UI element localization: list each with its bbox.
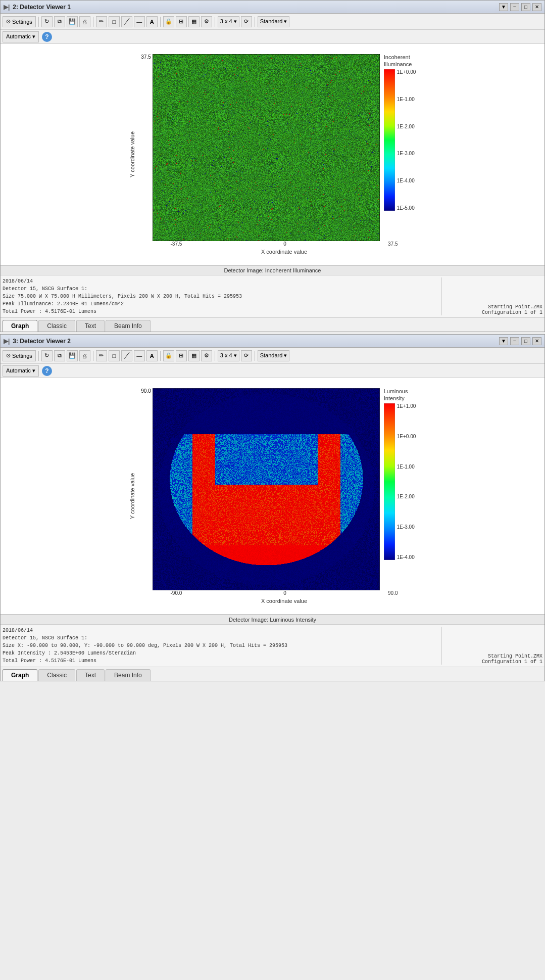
- tab-text-1[interactable]: Text: [76, 320, 105, 332]
- maximize-btn-1[interactable]: □: [521, 3, 530, 11]
- info-file-1: Starting Point.ZMX: [488, 304, 542, 310]
- grid-btn-2[interactable]: ⊞: [176, 350, 187, 361]
- print-btn-1[interactable]: 🖨: [79, 16, 90, 27]
- pencil-btn-1[interactable]: ✏: [96, 16, 107, 27]
- save-btn-2[interactable]: 💾: [67, 350, 78, 361]
- rect-btn-1[interactable]: □: [109, 16, 120, 27]
- gear-btn-2[interactable]: ⚙: [201, 350, 212, 361]
- cb-label-2-1: 1E+0.00: [397, 434, 416, 439]
- settings-btn-1[interactable]: ⊙ Settings: [3, 16, 36, 27]
- ytick-max-2: 90.0: [137, 388, 153, 590]
- tab-text-2[interactable]: Text: [76, 669, 105, 681]
- maximize-btn-2[interactable]: □: [521, 337, 530, 345]
- settings-arrow-icon-2: ⊙: [6, 352, 11, 359]
- xtick-min-2: -90.0: [170, 590, 182, 596]
- diag-btn-2[interactable]: ╱: [121, 350, 132, 361]
- sep5-2: [255, 351, 255, 361]
- x-ticks-1: -37.5 0 37.5: [170, 241, 398, 247]
- sep2: [93, 17, 93, 27]
- cb-label-2-3: 1E-2.00: [397, 494, 416, 499]
- close-btn-1[interactable]: ✕: [532, 3, 541, 11]
- auto-dropdown-1[interactable]: Automatic ▾: [3, 31, 39, 42]
- xtick-min-1: -37.5: [170, 241, 182, 247]
- minimize-btn-2[interactable]: −: [510, 337, 519, 345]
- tab-bar-1: Graph Classic Text Beam Info: [1, 317, 544, 332]
- auto-label-1: Automatic ▾: [6, 33, 35, 40]
- info-line3-1: Size 75.000 W X 75.000 H Millimeters, Pi…: [3, 293, 441, 300]
- print-btn-2[interactable]: 🖨: [79, 350, 90, 361]
- rect-btn-2[interactable]: □: [109, 350, 120, 361]
- sep5: [255, 17, 255, 27]
- info-right-1: Starting Point.ZMX Configuration 1 of 1: [441, 277, 542, 315]
- tab-graph-1[interactable]: Graph: [3, 320, 37, 332]
- horiz-btn-1[interactable]: —: [134, 16, 145, 27]
- grid-size-label-2: 3 x 4 ▾: [220, 352, 237, 359]
- tab-graph-2[interactable]: Graph: [3, 669, 37, 681]
- refresh-btn-2[interactable]: ↻: [41, 350, 53, 361]
- minimize-btn-1[interactable]: −: [510, 3, 519, 11]
- info-file-2: Starting Point.ZMX: [488, 654, 542, 659]
- horiz-btn-2[interactable]: —: [134, 350, 145, 361]
- tab-classic-1[interactable]: Classic: [38, 320, 75, 332]
- pin-btn-2[interactable]: ▼: [499, 337, 508, 345]
- sep3: [160, 17, 161, 27]
- reset-btn-1[interactable]: ⟳: [241, 16, 252, 27]
- refresh-btn-1[interactable]: ↻: [41, 16, 53, 27]
- save-btn-1[interactable]: 💾: [67, 16, 78, 27]
- copy-btn-2[interactable]: ⧉: [54, 350, 65, 361]
- settings-btn-2[interactable]: ⊙ Settings: [3, 350, 36, 361]
- gear-btn-1[interactable]: ⚙: [201, 16, 212, 27]
- text-btn-2[interactable]: A: [146, 350, 158, 361]
- pencil-btn-2[interactable]: ✏: [96, 350, 107, 361]
- plot-top-row-2: 90.0 Luminous Intensity 1E+1.00 1E+0.00: [137, 388, 416, 590]
- xtick-max-1: 37.5: [388, 241, 398, 247]
- plot-canvas-1[interactable]: [153, 54, 380, 241]
- title-controls-1: ▼ − □ ✕: [499, 3, 541, 11]
- detector-viewer-1: ▶| 2: Detector Viewer 1 ▼ − □ ✕ ⊙ Settin…: [0, 0, 545, 332]
- x-axis-label-2: X coordinate value: [261, 598, 307, 604]
- window-title-1: 2: Detector Viewer 1: [13, 4, 71, 11]
- info-line5-2: Total Power : 4.5176E-01 Lumens: [3, 657, 441, 665]
- close-btn-2[interactable]: ✕: [532, 337, 541, 345]
- help-btn-1[interactable]: ?: [42, 32, 52, 42]
- help-btn-2[interactable]: ?: [42, 366, 52, 376]
- grid-btn-1[interactable]: ⊞: [176, 16, 187, 27]
- cb-label-1-4: 1E-4.00: [397, 178, 416, 183]
- standard-dropdown-2[interactable]: Standard ▾: [258, 350, 290, 361]
- window-title-2: 3: Detector Viewer 2: [13, 338, 71, 345]
- text-btn-1[interactable]: A: [146, 16, 158, 27]
- diag-btn-1[interactable]: ╱: [121, 16, 132, 27]
- info-config-2: Configuration 1 of 1: [482, 659, 542, 665]
- colorbar-labels-1: 1E+0.00 1E-1.00 1E-2.00 1E-3.00 1E-4.00 …: [397, 69, 416, 211]
- info-header-1: Detector Image: Incoherent Illuminance: [1, 265, 544, 275]
- layers-btn-2[interactable]: ▦: [188, 350, 200, 361]
- reset-btn-2[interactable]: ⟳: [241, 350, 252, 361]
- window-icon-1: ▶|: [4, 4, 10, 11]
- title-bar-1: ▶| 2: Detector Viewer 1 ▼ − □ ✕: [1, 1, 544, 14]
- layers-btn-1[interactable]: ▦: [188, 16, 200, 27]
- sep4-2: [215, 351, 215, 361]
- plot-area-2: 90.0 Luminous Intensity 1E+1.00 1E+0.00: [137, 388, 416, 604]
- plot-canvas-2[interactable]: [153, 388, 380, 590]
- colorbar-title2-1: Illuminance: [384, 61, 416, 67]
- auto-dropdown-2[interactable]: Automatic ▾: [3, 365, 39, 377]
- pin-btn-1[interactable]: ▼: [499, 3, 508, 11]
- info-content-2: 2018/06/14 Detector 15, NSCG Surface 1: …: [1, 625, 544, 667]
- colorbar-container-2: Luminous Intensity 1E+1.00 1E+0.00 1E-1.…: [384, 388, 416, 560]
- lock-btn-2[interactable]: 🔒: [163, 350, 174, 361]
- cb-label-2-0: 1E+1.00: [397, 403, 416, 409]
- y-axis-label-2: Y coordinate value: [129, 473, 135, 519]
- lock-btn-1[interactable]: 🔒: [163, 16, 174, 27]
- tab-beaminfo-1[interactable]: Beam Info: [106, 320, 151, 332]
- standard-dropdown-1[interactable]: Standard ▾: [258, 16, 290, 27]
- grid-size-dropdown-1[interactable]: 3 x 4 ▾: [218, 16, 239, 27]
- copy-btn-1[interactable]: ⧉: [54, 16, 65, 27]
- tab-beaminfo-2[interactable]: Beam Info: [106, 669, 151, 681]
- standard-label-2: Standard ▾: [260, 352, 287, 359]
- info-header-2: Detector Image: Luminous Intensity: [1, 615, 544, 625]
- cb-label-1-5: 1E-5.00: [397, 205, 416, 211]
- sep1-2: [38, 351, 39, 361]
- grid-size-dropdown-2[interactable]: 3 x 4 ▾: [218, 350, 239, 361]
- tab-classic-2[interactable]: Classic: [38, 669, 75, 681]
- window-icon-2: ▶|: [4, 338, 10, 345]
